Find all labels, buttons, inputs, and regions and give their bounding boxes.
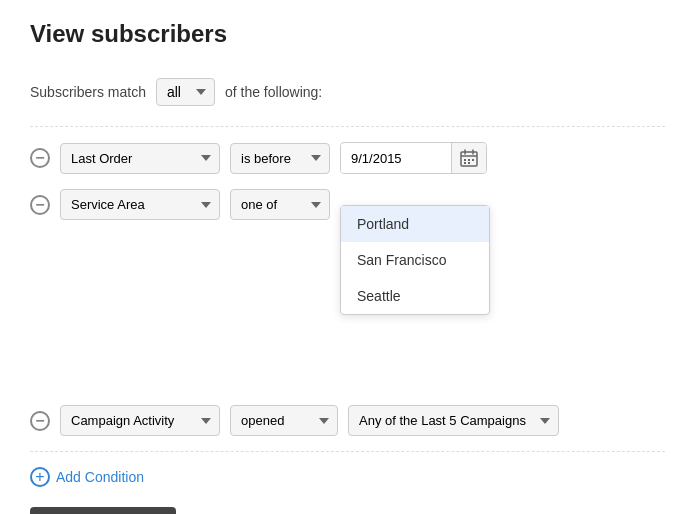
operator-select[interactable]: one of is is not <box>230 189 330 220</box>
field-select[interactable]: Last Order Service Area Campaign Activit… <box>60 405 220 436</box>
campaign-value-select[interactable]: Any of the Last 5 Campaigns Any of the L… <box>348 405 559 436</box>
operator-select[interactable]: opened clicked did not open <box>230 405 338 436</box>
match-row: Subscribers match all any of the followi… <box>30 78 665 106</box>
condition-row: Last Order Service Area Campaign Activit… <box>30 405 665 436</box>
condition-row: Last Order Service Area Campaign Activit… <box>30 142 665 174</box>
dropdown-list: Portland San Francisco Seattle <box>340 205 490 315</box>
add-condition-label: Add Condition <box>56 469 144 485</box>
remove-condition-button[interactable] <box>30 195 50 215</box>
dropdown-item[interactable]: San Francisco <box>341 242 489 278</box>
match-select[interactable]: all any <box>156 78 215 106</box>
condition-row: Last Order Service Area Campaign Activit… <box>30 189 665 220</box>
add-circle-icon: + <box>30 467 50 487</box>
dropdown-item[interactable]: Portland <box>341 206 489 242</box>
conditions-area: Last Order Service Area Campaign Activit… <box>30 126 665 452</box>
calendar-icon <box>460 149 478 167</box>
add-condition-button[interactable]: + Add Condition <box>30 467 144 487</box>
footer-row: Preview Segment Cancel <box>30 507 665 514</box>
match-prefix-label: Subscribers match <box>30 84 146 100</box>
operator-select[interactable]: is before is after is on <box>230 143 330 174</box>
remove-condition-button[interactable] <box>30 411 50 431</box>
svg-rect-7 <box>464 162 466 164</box>
remove-condition-button[interactable] <box>30 148 50 168</box>
field-select[interactable]: Last Order Service Area Campaign Activit… <box>60 189 220 220</box>
svg-rect-8 <box>468 162 470 164</box>
svg-rect-6 <box>472 159 474 161</box>
field-select[interactable]: Last Order Service Area Campaign Activit… <box>60 143 220 174</box>
page-title: View subscribers <box>30 20 665 48</box>
add-condition-row: + Add Condition <box>30 467 665 487</box>
date-input-wrapper <box>340 142 487 174</box>
match-suffix-label: of the following: <box>225 84 322 100</box>
preview-segment-button[interactable]: Preview Segment <box>30 507 176 514</box>
calendar-button[interactable] <box>451 143 486 173</box>
svg-rect-4 <box>464 159 466 161</box>
dropdown-item[interactable]: Seattle <box>341 278 489 314</box>
svg-rect-5 <box>468 159 470 161</box>
date-input[interactable] <box>341 144 451 173</box>
